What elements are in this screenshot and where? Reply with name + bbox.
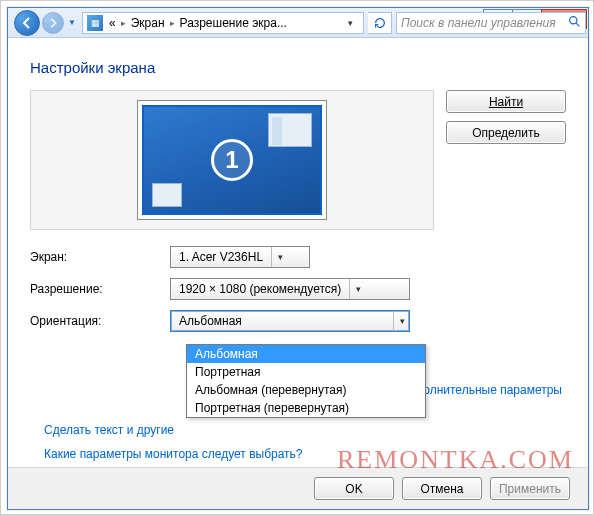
display-select[interactable]: 1. Acer V236HL ▾ [170, 246, 310, 268]
control-panel-icon: ▦ [87, 15, 103, 31]
find-button-label: Найти [489, 95, 523, 109]
resolution-label: Разрешение: [30, 282, 170, 296]
breadcrumb[interactable]: ▦ « ▸ Экран ▸ Разрешение экра... ▾ [82, 12, 364, 34]
chevron-down-icon: ▾ [271, 247, 283, 267]
orientation-dropdown-list: Альбомная Портретная Альбомная (переверн… [186, 344, 426, 418]
orientation-option[interactable]: Портретная (перевернутая) [187, 399, 425, 417]
breadcrumb-sep: ▸ [170, 18, 175, 28]
svg-point-0 [570, 16, 577, 23]
orientation-option[interactable]: Альбомная (перевернутая) [187, 381, 425, 399]
monitor-thumbnail[interactable]: 1 [142, 105, 322, 215]
detect-button-label: Определить [472, 126, 540, 140]
search-icon [568, 15, 581, 31]
nav-forward-button[interactable] [42, 12, 64, 34]
breadcrumb-chevrons: « [109, 16, 116, 30]
search-input[interactable]: Поиск в панели управления [396, 12, 586, 34]
breadcrumb-item-resolution[interactable]: Разрешение экра... [180, 16, 287, 30]
nav-back-button[interactable] [14, 10, 40, 36]
cancel-button[interactable]: Отмена [402, 477, 482, 500]
apply-button[interactable]: Применить [490, 477, 570, 500]
orientation-label: Ориентация: [30, 314, 170, 328]
resolution-value: 1920 × 1080 (рекомендуется) [179, 282, 341, 296]
which-monitor-link[interactable]: Какие параметры монитора следует выбрать… [44, 447, 303, 461]
resolution-select[interactable]: 1920 × 1080 (рекомендуется) ▾ [170, 278, 410, 300]
ok-button[interactable]: OK [314, 477, 394, 500]
find-button[interactable]: Найти [446, 90, 566, 113]
chevron-down-icon: ▾ [349, 279, 361, 299]
orientation-select[interactable]: Альбомная ▾ [170, 310, 410, 332]
dialog-button-bar: OK Отмена Применить [8, 467, 588, 509]
titlebar: ▼ ▦ « ▸ Экран ▸ Разрешение экра... ▾ Пои… [8, 8, 588, 38]
orientation-value: Альбомная [179, 314, 242, 328]
breadcrumb-sep: ▸ [121, 18, 126, 28]
chevron-down-icon: ▾ [393, 311, 405, 331]
display-value: 1. Acer V236HL [179, 250, 263, 264]
search-placeholder: Поиск в панели управления [401, 16, 556, 30]
monitor-preview-frame: 1 [137, 100, 327, 220]
breadcrumb-item-display[interactable]: Экран [131, 16, 165, 30]
desktop-window-icon [152, 183, 182, 207]
breadcrumb-dropdown-icon[interactable]: ▾ [342, 18, 359, 28]
refresh-button[interactable] [368, 12, 392, 34]
monitor-number-badge: 1 [211, 139, 253, 181]
nav-history-dropdown[interactable]: ▼ [66, 10, 78, 36]
orientation-option[interactable]: Портретная [187, 363, 425, 381]
detect-button[interactable]: Определить [446, 121, 566, 144]
page-title: Настройки экрана [30, 59, 566, 76]
desktop-window-icon [268, 113, 312, 147]
window: — ▢ ✕ ▼ ▦ « ▸ Экран ▸ Разрешение экра...… [7, 7, 589, 510]
monitor-preview-area[interactable]: 1 [30, 90, 434, 230]
text-size-link[interactable]: Сделать текст и другие [44, 423, 303, 437]
body: Настройки экрана 1 Найти Определить [8, 39, 588, 509]
orientation-option[interactable]: Альбомная [187, 345, 425, 363]
display-label: Экран: [30, 250, 170, 264]
svg-line-1 [576, 23, 579, 26]
